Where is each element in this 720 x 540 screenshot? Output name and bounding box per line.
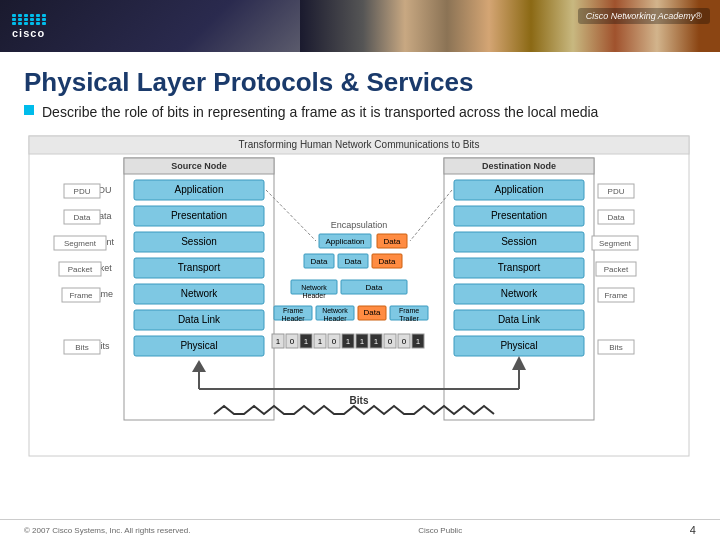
svg-text:Data Link: Data Link [178,314,221,325]
svg-text:Data: Data [74,213,91,222]
svg-text:Header: Header [303,292,327,299]
svg-text:Data: Data [311,257,328,266]
svg-text:Physical: Physical [500,340,537,351]
svg-text:Bits: Bits [350,395,369,406]
svg-text:Physical: Physical [180,340,217,351]
svg-text:Transforming Human Network Com: Transforming Human Network Communication… [239,139,480,150]
academy-badge: Cisco Networking Academy® [578,8,710,24]
svg-text:Data Link: Data Link [498,314,541,325]
svg-text:Packet: Packet [68,265,93,274]
slide-content: Physical Layer Protocols & Services Desc… [0,52,720,519]
svg-text:0: 0 [388,337,393,346]
footer-page: 4 [690,524,696,536]
svg-text:Application: Application [325,237,364,246]
svg-text:Application: Application [495,184,544,195]
bullet-text: Describe the role of bits in representin… [42,103,598,123]
svg-text:Transport: Transport [498,262,541,273]
slide: cisco Cisco Networking Academy® Physical… [0,0,720,540]
svg-text:1: 1 [374,337,379,346]
svg-text:1: 1 [360,337,365,346]
cisco-logo: cisco [12,14,47,39]
bullet-icon [24,105,34,115]
svg-text:Header: Header [282,315,306,322]
svg-text:Source Node: Source Node [171,161,227,171]
svg-text:Network: Network [181,288,219,299]
svg-text:Network: Network [501,288,539,299]
svg-text:Data: Data [345,257,362,266]
svg-text:Bits: Bits [609,343,622,352]
diagram-container: Transforming Human Network Communication… [24,134,696,511]
svg-text:Session: Session [501,236,537,247]
footer: © 2007 Cisco Systems, Inc. All rights re… [0,519,720,540]
svg-text:1: 1 [416,337,421,346]
svg-text:Network: Network [301,284,327,291]
svg-text:PDU: PDU [74,187,91,196]
svg-text:Session: Session [181,236,217,247]
footer-classification: Cisco Public [418,526,462,535]
svg-text:Packet: Packet [604,265,629,274]
cisco-dots [12,14,47,25]
svg-text:Presentation: Presentation [491,210,547,221]
diagram-svg: Transforming Human Network Communication… [24,134,694,474]
svg-text:Header: Header [324,315,348,322]
svg-text:1: 1 [346,337,351,346]
svg-text:Segment: Segment [599,239,632,248]
svg-text:Frame: Frame [399,307,419,314]
svg-text:1: 1 [318,337,323,346]
svg-text:Trailer: Trailer [399,315,419,322]
svg-text:0: 0 [290,337,295,346]
svg-text:Encapsulation: Encapsulation [331,220,388,230]
cisco-logo-text: cisco [12,27,45,39]
svg-text:Network: Network [322,307,348,314]
footer-copyright: © 2007 Cisco Systems, Inc. All rights re… [24,526,190,535]
svg-text:Bits: Bits [75,343,88,352]
svg-text:Frame: Frame [604,291,628,300]
svg-text:Application: Application [175,184,224,195]
svg-text:Destination Node: Destination Node [482,161,556,171]
svg-text:0: 0 [402,337,407,346]
svg-text:0: 0 [332,337,337,346]
svg-text:Transport: Transport [178,262,221,273]
svg-text:Data: Data [366,283,383,292]
svg-text:1: 1 [276,337,281,346]
svg-text:Frame: Frame [69,291,93,300]
svg-text:Data: Data [379,257,396,266]
svg-text:Data: Data [364,308,381,317]
header-banner: cisco Cisco Networking Academy® [0,0,720,52]
bullet-point: Describe the role of bits in representin… [24,103,696,123]
svg-text:Segment: Segment [64,239,97,248]
slide-title: Physical Layer Protocols & Services [24,68,696,97]
svg-text:Data: Data [384,237,401,246]
svg-text:Data: Data [608,213,625,222]
svg-text:Presentation: Presentation [171,210,227,221]
svg-text:1: 1 [304,337,309,346]
svg-text:Frame: Frame [283,307,303,314]
svg-text:PDU: PDU [608,187,625,196]
